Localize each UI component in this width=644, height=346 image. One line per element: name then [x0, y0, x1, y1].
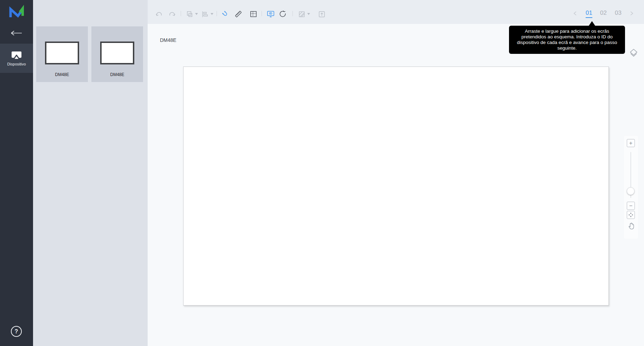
toolbar-divider	[292, 11, 293, 16]
device-screen-preview	[100, 42, 134, 64]
pan-hand-button[interactable]	[627, 221, 636, 232]
device-thumbnail[interactable]: DM48E	[36, 26, 88, 82]
undo-icon	[155, 10, 163, 18]
layers-icon[interactable]	[629, 48, 638, 58]
align-caret-icon[interactable]	[211, 13, 213, 15]
layout-canvas[interactable]	[183, 67, 609, 306]
device-id-icon: ID	[266, 10, 275, 18]
app-sidebar: Dispositivo ?	[0, 0, 33, 346]
export-button[interactable]	[317, 10, 326, 18]
page-tab-03[interactable]: 03	[615, 10, 622, 17]
ruler-button[interactable]	[234, 10, 243, 18]
canvas-device-label: DM48E	[160, 37, 176, 43]
redo-button[interactable]	[168, 10, 176, 18]
duplicate-button[interactable]	[185, 10, 194, 18]
help-question-icon: ?	[15, 328, 18, 335]
duplicate-icon	[186, 10, 194, 18]
screen-cast-icon	[11, 51, 22, 60]
magnet-icon	[221, 10, 230, 18]
page-prev-icon[interactable]	[573, 11, 577, 16]
fit-expand-icon	[628, 212, 633, 218]
minus-icon: −	[629, 203, 632, 209]
device-screen-preview	[45, 42, 79, 64]
hand-pan-icon	[627, 221, 636, 231]
help-button[interactable]: ?	[11, 326, 22, 337]
zoom-in-button[interactable]: +	[627, 139, 635, 147]
background-pattern-button[interactable]	[297, 10, 306, 18]
align-button[interactable]	[201, 10, 209, 18]
grid-button[interactable]	[249, 10, 258, 18]
align-icon	[201, 10, 209, 18]
device-thumbnail[interactable]: DM48E	[91, 26, 143, 82]
tooltip-arrow	[589, 21, 595, 26]
hint-tooltip: Arraste e largue para adicionar os ecrãs…	[509, 26, 625, 54]
device-thumbnail-label: DM48E	[36, 72, 88, 77]
back-arrow-icon	[10, 30, 23, 36]
undo-button[interactable]	[155, 10, 163, 18]
device-thumbnails-panel: DM48E DM48E	[33, 0, 148, 346]
plus-icon: +	[629, 140, 632, 146]
zoom-out-button[interactable]: −	[627, 202, 635, 210]
page-tab-01[interactable]: 01	[586, 10, 592, 18]
redo-icon	[168, 10, 176, 18]
sidebar-item-dispositivo[interactable]: Dispositivo	[0, 44, 33, 73]
svg-text:ID: ID	[269, 12, 272, 15]
toolbar-divider	[217, 11, 217, 16]
duplicate-caret-icon[interactable]	[195, 13, 198, 15]
device-thumbnail-label: DM48E	[91, 72, 143, 77]
sidebar-item-label: Dispositivo	[7, 62, 26, 66]
back-button[interactable]	[10, 30, 23, 37]
page-tab-02[interactable]: 02	[600, 10, 607, 17]
grid-icon	[249, 10, 258, 18]
rotate-icon	[278, 10, 287, 18]
ruler-icon	[234, 10, 243, 18]
logo-m-icon	[8, 5, 25, 18]
pattern-fill-icon	[298, 10, 306, 18]
toolbar-divider	[262, 11, 262, 16]
pattern-caret-icon[interactable]	[307, 13, 310, 15]
app-logo	[8, 5, 25, 20]
zoom-slider-thumb[interactable]	[627, 187, 635, 195]
fit-view-button[interactable]	[627, 211, 635, 219]
rotate-button[interactable]	[278, 10, 287, 18]
toolbar-divider	[181, 11, 181, 16]
magnet-snap-button[interactable]	[221, 10, 230, 18]
page-next-icon[interactable]	[630, 11, 634, 16]
device-id-button[interactable]: ID	[266, 10, 275, 18]
export-up-icon	[318, 10, 326, 18]
